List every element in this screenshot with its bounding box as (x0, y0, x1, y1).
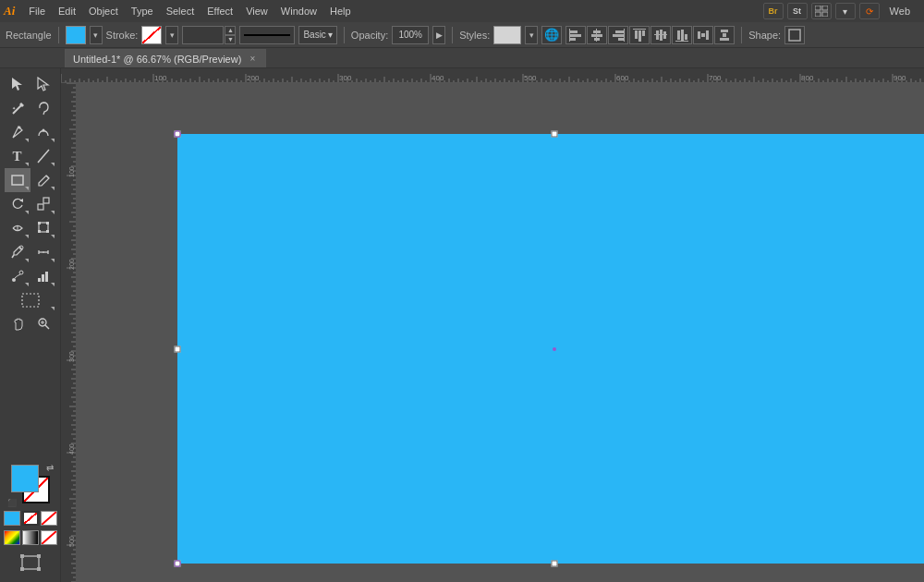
handle-top-center[interactable] (551, 131, 557, 138)
styles-dropdown-btn[interactable]: ▾ (525, 26, 538, 44)
svg-rect-31 (721, 30, 728, 32)
curvature-tool[interactable] (30, 120, 56, 144)
align-center-v-icon[interactable] (650, 26, 671, 44)
opacity-value[interactable]: 100% (392, 26, 429, 44)
zoom-tool[interactable] (30, 312, 56, 336)
menu-view[interactable]: View (239, 4, 274, 18)
opacity-expand-btn[interactable]: ▶ (432, 26, 445, 44)
stroke-style-box[interactable] (239, 26, 295, 44)
align-bottom-icon[interactable] (672, 26, 692, 44)
pen-tool[interactable] (5, 120, 30, 144)
blue-rectangle[interactable] (177, 134, 924, 564)
magic-wand-tool[interactable]: ✦ (5, 96, 30, 120)
line-segment-tool[interactable] (30, 144, 56, 168)
color-boxes-section: ⇄ ⬛ (0, 457, 61, 578)
selection-tool[interactable] (5, 72, 30, 96)
fill-dropdown-btn[interactable]: ▾ (90, 26, 103, 44)
stroke-spinner[interactable]: ▲ ▼ (225, 26, 236, 44)
handle-middle-left[interactable] (175, 346, 181, 352)
align-center-h-icon[interactable] (587, 26, 607, 44)
none-mode-btn[interactable] (41, 511, 57, 526)
fill-color-indicator[interactable] (11, 465, 39, 492)
workspace-icon[interactable] (811, 3, 832, 19)
document-tab[interactable]: Untitled-1* @ 66.67% (RGB/Preview) × (65, 49, 266, 67)
stroke-mode-btn[interactable] (22, 511, 39, 526)
artboard-tool[interactable] (5, 288, 56, 312)
menu-edit[interactable]: Edit (52, 4, 82, 18)
stroke-dropdown-btn[interactable]: ▾ (165, 26, 178, 44)
selected-object-container[interactable] (177, 134, 924, 564)
blend-tool[interactable] (5, 264, 30, 288)
svg-line-55 (12, 255, 14, 258)
canvas-area[interactable] (61, 68, 924, 582)
handle-bottom-center[interactable] (551, 561, 557, 567)
stroke-width-input[interactable] (182, 26, 224, 44)
width-tool[interactable] (5, 216, 30, 240)
stroke-down-btn[interactable]: ▼ (225, 35, 236, 44)
arrange-icon[interactable]: ▾ (835, 3, 856, 19)
menu-select[interactable]: Select (160, 4, 201, 18)
scale-tool[interactable] (30, 192, 56, 216)
svg-rect-33 (720, 38, 729, 41)
free-transform-tool[interactable] (30, 216, 56, 240)
hand-tool[interactable] (5, 312, 30, 336)
svg-point-60 (12, 278, 16, 282)
menu-window[interactable]: Window (274, 4, 323, 18)
menu-type[interactable]: Type (125, 4, 160, 18)
rotate-tool[interactable] (5, 192, 30, 216)
tab-close-btn[interactable]: × (247, 54, 258, 65)
distribute-h-icon[interactable] (693, 26, 713, 44)
lasso-tool[interactable] (30, 96, 56, 120)
fill-color-box[interactable] (66, 26, 86, 44)
menu-effect[interactable]: Effect (201, 4, 239, 18)
svg-line-42 (38, 150, 49, 163)
bridge-icon[interactable]: Br (763, 3, 784, 19)
stroke-up-btn[interactable]: ▲ (225, 26, 236, 35)
view-tools-row (0, 312, 60, 336)
eyedropper-tools-row (0, 240, 60, 264)
distribute-v-icon[interactable] (714, 26, 735, 44)
svg-rect-62 (38, 278, 41, 282)
align-top-icon[interactable] (629, 26, 650, 44)
default-colors-btn[interactable]: ⬛ (7, 499, 17, 507)
menu-file[interactable]: File (22, 4, 52, 18)
sync-icon[interactable]: ⟳ (859, 3, 880, 19)
rectangle-tool[interactable] (5, 168, 30, 192)
color-icon-btn[interactable] (4, 530, 20, 545)
ruler-vertical (61, 83, 76, 582)
shape-options-btn[interactable] (784, 26, 805, 44)
svg-point-41 (42, 129, 44, 132)
styles-preview-box[interactable] (493, 26, 521, 44)
direct-selection-tool[interactable] (30, 72, 56, 96)
pencil-tool[interactable] (30, 168, 56, 192)
selection-tools-row (0, 72, 60, 96)
type-tool[interactable]: T (5, 144, 30, 168)
align-group (565, 26, 735, 44)
web-label[interactable]: Web (883, 4, 917, 18)
gradient-icon-btn[interactable] (22, 530, 39, 545)
fill-mode-btn[interactable] (4, 511, 20, 526)
stroke-basic-dropdown[interactable]: Basic ▾ (298, 26, 336, 44)
stroke-color-box[interactable] (141, 26, 162, 44)
menu-bar: Ai File Edit Object Type Select Effect V… (0, 0, 924, 22)
ruler-horizontal (61, 68, 924, 83)
menu-object[interactable]: Object (82, 4, 125, 18)
document-url-icon[interactable]: 🌐 (541, 26, 562, 44)
svg-rect-28 (698, 31, 700, 39)
none-icon-btn[interactable] (41, 530, 57, 545)
screen-mode-btn[interactable] (17, 551, 44, 575)
align-right-icon[interactable] (608, 26, 628, 44)
stock-icon[interactable]: St (787, 3, 808, 19)
measure-tool[interactable] (30, 240, 56, 264)
menu-help[interactable]: Help (323, 4, 358, 18)
left-toolbar: ✦ T (0, 68, 61, 582)
svg-rect-74 (37, 554, 41, 558)
column-graph-tool[interactable] (30, 264, 56, 288)
eyedropper-tool[interactable] (5, 240, 30, 264)
svg-rect-7 (569, 29, 570, 42)
separator-1 (58, 27, 59, 43)
align-left-icon[interactable] (565, 26, 586, 44)
corner-dot-bottom-left[interactable] (174, 560, 181, 567)
corner-dot-top-left[interactable] (174, 130, 181, 138)
swap-colors-btn[interactable]: ⇄ (46, 463, 54, 473)
